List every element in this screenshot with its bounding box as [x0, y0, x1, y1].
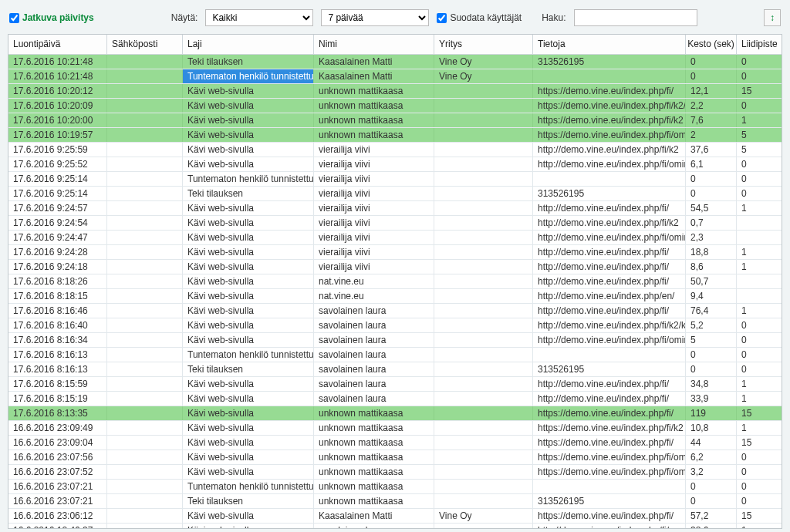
- cell-email: [107, 406, 183, 420]
- cell-laji: Kävi web-sivulla: [183, 406, 314, 420]
- cell-yritys: [434, 348, 533, 362]
- cell-kesto: 0: [686, 172, 737, 186]
- table-row[interactable]: 17.6.2016 8:15:59Kävi web-sivullasavolai…: [8, 377, 782, 392]
- table-row[interactable]: 17.6.2016 8:13:35Kävi web-sivullaunknown…: [8, 406, 782, 421]
- table-row[interactable]: 16.6.2016 23:09:49Kävi web-sivullaunknow…: [8, 421, 782, 436]
- table-row[interactable]: 16.6.2016 23:07:56Kävi web-sivullaunknow…: [8, 450, 782, 465]
- table-row[interactable]: 17.6.2016 8:16:34Kävi web-sivullasavolai…: [8, 333, 782, 348]
- cell-email: [107, 377, 183, 391]
- col-header-email[interactable]: Sähköposti: [107, 35, 183, 54]
- cell-laji: Teki tilauksen: [183, 55, 314, 69]
- col-header-liidi[interactable]: Liidipistee: [737, 35, 777, 54]
- cell-kesto: 0: [686, 69, 737, 83]
- cell-date: 17.6.2016 10:21:48: [8, 55, 107, 69]
- table-row[interactable]: 16.6.2016 23:09:04Kävi web-sivullaunknow…: [8, 436, 782, 450]
- table-row[interactable]: 17.6.2016 10:21:48Tuntematon henkilö tun…: [8, 69, 782, 84]
- table-row[interactable]: 17.6.2016 9:24:57Kävi web-sivullavierail…: [8, 201, 782, 216]
- table-row[interactable]: 17.6.2016 8:16:40Kävi web-sivullasavolai…: [8, 318, 782, 333]
- table-row[interactable]: 17.6.2016 9:24:18Kävi web-sivullavierail…: [8, 260, 782, 274]
- cell-tietoja: http://demo.vine.eu/index.php/fi/: [533, 260, 686, 274]
- table-row[interactable]: 17.6.2016 8:16:46Kävi web-sivullasavolai…: [8, 304, 782, 318]
- cell-nimi: vierailija viivi: [314, 157, 434, 171]
- cell-liidi: 1: [737, 377, 777, 391]
- cell-laji: Kävi web-sivulla: [183, 245, 314, 259]
- table-row[interactable]: 17.6.2016 8:18:26Kävi web-sivullanat.vin…: [8, 274, 782, 289]
- table-row[interactable]: 17.6.2016 10:20:09Kävi web-sivullaunknow…: [8, 99, 782, 113]
- table-row[interactable]: 17.6.2016 10:19:57Kävi web-sivullaunknow…: [8, 128, 782, 143]
- table-row[interactable]: 17.6.2016 8:16:13Tuntematon henkilö tunn…: [8, 348, 782, 362]
- col-header-nimi[interactable]: Nimi: [314, 35, 434, 54]
- cell-kesto: 2,3: [686, 231, 737, 244]
- cell-liidi: 1: [737, 421, 777, 435]
- table-row[interactable]: 17.6.2016 8:15:19Kävi web-sivullasavolai…: [8, 392, 782, 406]
- table-row[interactable]: 17.6.2016 9:25:14Teki tilauksenvierailij…: [8, 187, 782, 201]
- table-row[interactable]: 17.6.2016 10:21:48Teki tilauksenKaasalai…: [8, 55, 782, 69]
- table-row[interactable]: 16.6.2016 23:07:21Tuntematon henkilö tun…: [8, 480, 782, 494]
- cell-nimi: unknown mattikaasa: [314, 406, 434, 420]
- cell-liidi: 0: [737, 450, 777, 464]
- cell-laji: Kävi web-sivulla: [183, 84, 314, 98]
- table-row[interactable]: 16.6.2016 23:06:12Kävi web-sivullaKaasal…: [8, 509, 782, 524]
- col-header-date[interactable]: Luontipäivä: [8, 35, 107, 54]
- cell-nimi: savolainen laura: [314, 362, 434, 376]
- cell-liidi: 5: [737, 143, 777, 157]
- cell-date: 17.6.2016 9:25:14: [8, 172, 107, 186]
- table-row[interactable]: 17.6.2016 9:25:59Kävi web-sivullavierail…: [8, 143, 782, 157]
- cell-email: [107, 289, 183, 303]
- filter-users-check[interactable]: Suodata käyttäjät: [437, 12, 522, 23]
- table-row[interactable]: 17.6.2016 8:18:15Kävi web-sivullanat.vin…: [8, 289, 782, 304]
- refresh-button[interactable]: ↕: [764, 9, 781, 26]
- table-row[interactable]: 17.6.2016 8:16:13Teki tilauksensavolaine…: [8, 362, 782, 377]
- cell-nimi: unknown mattikaasa: [314, 480, 434, 493]
- table-row[interactable]: 16.6.2016 12:46:37Kävi web-sivullasavola…: [8, 524, 782, 528]
- table-row[interactable]: 17.6.2016 10:20:00Kävi web-sivullaunknow…: [8, 113, 782, 128]
- cell-liidi: 0: [737, 333, 777, 347]
- table-row[interactable]: 17.6.2016 9:25:14Tuntematon henkilö tunn…: [8, 172, 782, 187]
- cell-kesto: 0: [686, 494, 737, 508]
- col-header-tietoja[interactable]: Tietoja: [533, 35, 686, 54]
- col-header-yritys[interactable]: Yritys: [434, 35, 533, 54]
- show-select[interactable]: Kaikki: [205, 9, 313, 26]
- grid-body[interactable]: 17.6.2016 10:21:48Teki tilauksenKaasalai…: [8, 55, 782, 528]
- cell-tietoja: [533, 69, 686, 83]
- table-row[interactable]: 17.6.2016 10:20:12Kävi web-sivullaunknow…: [8, 84, 782, 99]
- table-row[interactable]: 17.6.2016 9:24:28Kävi web-sivullavierail…: [8, 245, 782, 260]
- cell-date: 17.6.2016 8:16:13: [8, 362, 107, 376]
- cell-yritys: [434, 304, 533, 318]
- cell-liidi: 1: [737, 524, 777, 528]
- cell-yritys: [434, 362, 533, 376]
- cell-email: [107, 231, 183, 244]
- cell-email: [107, 494, 183, 508]
- cell-kesto: 5,2: [686, 318, 737, 332]
- cell-yritys: [434, 406, 533, 420]
- cell-laji: Kävi web-sivulla: [183, 231, 314, 244]
- cell-laji: Kävi web-sivulla: [183, 289, 314, 303]
- col-header-kesto[interactable]: Kesto (sek): [686, 35, 737, 54]
- filter-users-checkbox[interactable]: [437, 13, 447, 23]
- cell-email: [107, 201, 183, 215]
- continuous-update-check[interactable]: Jatkuva päivitys: [9, 12, 94, 23]
- cell-liidi: 1: [737, 113, 777, 127]
- cell-liidi: 0: [737, 348, 777, 362]
- cell-date: 17.6.2016 10:21:48: [8, 69, 107, 83]
- table-row[interactable]: 17.6.2016 9:24:54Kävi web-sivullavierail…: [8, 216, 782, 231]
- cell-kesto: 38,6: [686, 524, 737, 528]
- cell-nimi: Kaasalainen Matti: [314, 69, 434, 83]
- cell-date: 17.6.2016 10:20:09: [8, 99, 107, 113]
- range-select[interactable]: 7 päivää: [321, 9, 429, 26]
- cell-email: [107, 524, 183, 528]
- cell-kesto: 0,7: [686, 216, 737, 230]
- search-input[interactable]: [574, 9, 697, 26]
- continuous-checkbox[interactable]: [9, 13, 19, 23]
- table-row[interactable]: 16.6.2016 23:07:21Teki tilauksenunknown …: [8, 494, 782, 509]
- cell-email: [107, 260, 183, 274]
- table-row[interactable]: 17.6.2016 9:24:47Kävi web-sivullavierail…: [8, 231, 782, 245]
- cell-yritys: [434, 333, 533, 347]
- table-row[interactable]: 16.6.2016 23:07:52Kävi web-sivullaunknow…: [8, 465, 782, 480]
- cell-yritys: [434, 274, 533, 288]
- cell-tietoja: http://demo.vine.eu/index.php/fi/: [533, 392, 686, 406]
- nayta-label: Näytä:: [171, 12, 198, 23]
- col-header-laji[interactable]: Laji: [183, 35, 314, 54]
- table-row[interactable]: 17.6.2016 9:25:52Kävi web-sivullavierail…: [8, 157, 782, 172]
- cell-tietoja: http://demo.vine.eu/index.php/fi/: [533, 524, 686, 528]
